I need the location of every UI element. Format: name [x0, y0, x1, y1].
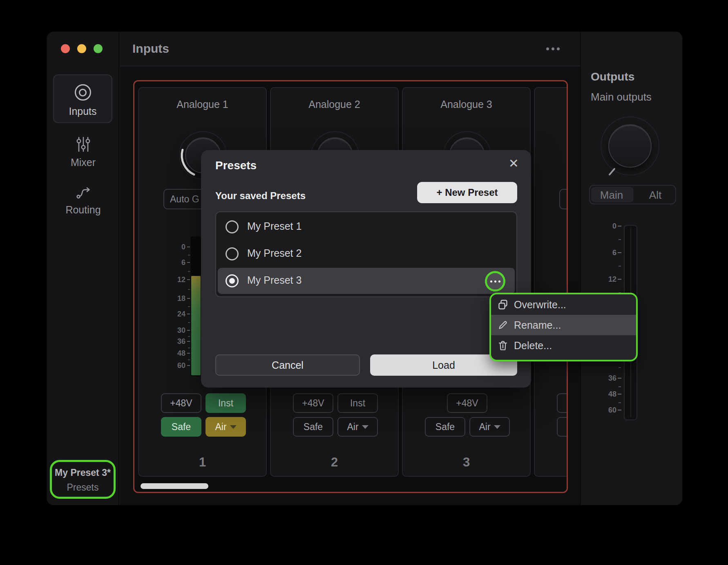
phantom-power-button[interactable]: +48V — [447, 393, 487, 413]
output-volume-knob[interactable] — [608, 124, 652, 168]
page-header: Inputs — [120, 32, 580, 66]
preset-list-item-selected[interactable]: My Preset 3 — [218, 268, 515, 294]
channel-number: 3 — [403, 455, 530, 470]
auto-gain-button[interactable] — [559, 189, 568, 209]
meter-scale-label: 60 — [581, 406, 616, 415]
sidebar-item-inputs[interactable]: Inputs — [53, 74, 112, 123]
meter-scale-label: 6 — [139, 258, 185, 267]
meter-scale-label: 12 — [581, 275, 616, 284]
menu-item-overwrite[interactable]: Overwrite... — [491, 294, 636, 315]
sidebar-item-routing[interactable]: Routing — [47, 186, 119, 216]
preset-name: My Preset 2 — [247, 247, 301, 259]
minimize-window-button[interactable] — [77, 44, 86, 53]
meter-scale-label: 30 — [139, 326, 185, 334]
presets-dialog: Presets ✕ Your saved Presets + New Prese… — [201, 150, 531, 388]
radio-unselected-icon[interactable] — [226, 247, 239, 260]
preset-context-menu: Overwrite... Rename... Delete... — [489, 293, 638, 361]
sidebar-item-label: Mixer — [47, 157, 119, 168]
meter-scale-label: 60 — [139, 361, 185, 370]
chevron-down-icon — [362, 425, 368, 429]
preset-name: My Preset 1 — [247, 220, 301, 232]
dialog-title: Presets — [215, 159, 257, 172]
safe-button[interactable] — [557, 417, 568, 437]
cancel-button[interactable]: Cancel — [215, 354, 360, 376]
sidebar-item-mixer[interactable]: Mixer — [47, 136, 119, 168]
air-dropdown-button[interactable]: Air — [205, 417, 246, 437]
channel-name: Analogue 1 — [139, 99, 266, 110]
routing-arrow-icon — [75, 186, 92, 200]
close-icon[interactable]: ✕ — [509, 157, 519, 170]
outputs-subtitle: Main outputs — [591, 91, 652, 103]
meter-fill — [191, 276, 201, 375]
input-level-meter — [190, 236, 202, 377]
plus-icon: + — [436, 187, 442, 198]
app-window: Inputs Mixer — [47, 32, 682, 505]
meter-scale-label: 0 — [581, 222, 616, 231]
preset-list: My Preset 1 My Preset 2 My Preset 3 — [215, 211, 517, 297]
radio-selected-icon[interactable] — [226, 274, 239, 287]
phantom-power-button[interactable]: +48V — [161, 393, 201, 413]
meter-scale-label: 48 — [139, 349, 185, 357]
safe-button[interactable]: Safe — [425, 417, 465, 437]
outputs-title: Outputs — [591, 70, 634, 83]
alt-output-button[interactable]: Alt — [634, 189, 677, 202]
new-preset-button[interactable]: + New Preset — [417, 182, 517, 203]
safe-button[interactable]: Safe — [293, 417, 333, 437]
preset-options-ellipsis-button[interactable] — [487, 273, 503, 289]
app-screen: Inputs Mixer — [0, 0, 728, 565]
page-title: Inputs — [132, 42, 169, 56]
air-dropdown-button[interactable]: Air — [469, 417, 510, 437]
channel-name: Analogue 3 — [403, 99, 530, 110]
meter-scale-label: 24 — [139, 310, 185, 318]
current-preset-status[interactable]: My Preset 3* Presets — [50, 460, 116, 499]
channel-card-partial — [534, 87, 568, 477]
inputs-target-icon — [74, 83, 92, 101]
meter-scale-label: 0 — [139, 243, 185, 251]
chevron-down-icon — [494, 425, 500, 429]
phantom-power-button[interactable]: +48V — [293, 393, 333, 413]
copy-icon — [498, 299, 508, 310]
presets-caption: Presets — [52, 482, 114, 493]
meter-scale-label: 12 — [139, 276, 185, 284]
window-controls — [61, 44, 103, 53]
main-output-button[interactable]: Main — [590, 189, 633, 202]
mixer-faders-icon — [76, 136, 91, 152]
menu-item-rename[interactable]: Rename... — [491, 315, 636, 335]
radio-unselected-icon[interactable] — [226, 220, 239, 233]
inst-button[interactable]: Inst — [337, 393, 378, 413]
inst-button[interactable]: Inst — [205, 393, 246, 413]
phantom-power-button[interactable] — [557, 393, 568, 413]
channel-name: Analogue 2 — [271, 99, 398, 110]
output-select-toggle: Main Alt — [589, 185, 676, 204]
menu-item-delete[interactable]: Delete... — [491, 335, 636, 356]
meter-scale-label: 6 — [581, 249, 616, 257]
preset-list-item[interactable]: My Preset 2 — [218, 241, 515, 267]
outputs-panel: Outputs Main outputs Main Alt 0 6 12 18 … — [580, 32, 682, 505]
trash-icon — [498, 340, 508, 351]
close-window-button[interactable] — [61, 44, 70, 53]
sidebar-item-label: Routing — [47, 204, 119, 216]
preset-name: My Preset 3 — [247, 274, 301, 286]
safe-button[interactable]: Safe — [161, 417, 201, 437]
channel-number: 1 — [139, 455, 266, 470]
more-options-icon[interactable] — [546, 47, 560, 50]
current-preset-name: My Preset 3* — [52, 467, 114, 478]
saved-presets-heading: Your saved Presets — [215, 190, 306, 202]
air-dropdown-button[interactable]: Air — [337, 417, 378, 437]
pencil-icon — [498, 320, 508, 330]
sidebar: Inputs Mixer — [47, 32, 119, 505]
meter-scale-label: 36 — [581, 374, 616, 383]
channel-number: 2 — [271, 455, 398, 470]
meter-scale-label: 18 — [139, 294, 185, 303]
zoom-window-button[interactable] — [94, 44, 103, 53]
horizontal-scrollbar-thumb[interactable] — [141, 483, 208, 489]
preset-list-item[interactable]: My Preset 1 — [218, 214, 515, 240]
chevron-down-icon — [230, 425, 237, 429]
meter-scale-label: 36 — [139, 337, 185, 345]
knob-position-tick — [605, 165, 618, 177]
sidebar-item-label: Inputs — [54, 105, 112, 117]
meter-scale-label: 48 — [581, 390, 616, 399]
